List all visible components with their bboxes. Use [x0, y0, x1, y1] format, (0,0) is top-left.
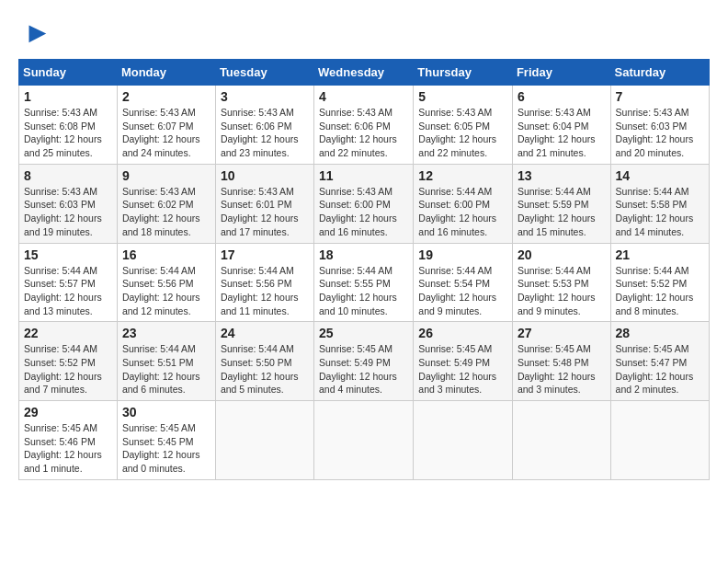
day-number: 1: [24, 89, 112, 104]
day-number: 14: [616, 168, 704, 183]
calendar-cell: 1Sunrise: 5:43 AMSunset: 6:08 PMDaylight…: [19, 86, 118, 165]
calendar-cell: 9Sunrise: 5:43 AMSunset: 6:02 PMDaylight…: [117, 164, 215, 243]
day-info: Sunrise: 5:43 AMSunset: 6:06 PMDaylight:…: [319, 106, 408, 160]
day-info: Sunrise: 5:45 AMSunset: 5:48 PMDaylight:…: [518, 342, 606, 396]
day-info: Sunrise: 5:45 AMSunset: 5:46 PMDaylight:…: [24, 421, 112, 476]
calendar-cell: 23Sunrise: 5:44 AMSunset: 5:51 PMDayligh…: [117, 322, 215, 401]
day-info: Sunrise: 5:45 AMSunset: 5:49 PMDaylight:…: [418, 342, 507, 396]
day-number: 11: [319, 168, 408, 183]
logo-icon: [22, 18, 50, 46]
day-number: 18: [319, 247, 408, 262]
calendar-cell: 18Sunrise: 5:44 AMSunset: 5:55 PMDayligh…: [314, 243, 414, 322]
calendar-cell: [215, 401, 313, 480]
calendar-cell: [512, 401, 610, 480]
calendar-week-row: 15Sunrise: 5:44 AMSunset: 5:57 PMDayligh…: [19, 243, 710, 322]
calendar-cell: 20Sunrise: 5:44 AMSunset: 5:53 PMDayligh…: [512, 243, 610, 322]
calendar-cell: 30Sunrise: 5:45 AMSunset: 5:45 PMDayligh…: [117, 401, 215, 480]
day-info: Sunrise: 5:45 AMSunset: 5:45 PMDaylight:…: [122, 421, 210, 476]
day-number: 19: [418, 247, 507, 262]
calendar-week-row: 8Sunrise: 5:43 AMSunset: 6:03 PMDaylight…: [19, 164, 710, 243]
day-number: 23: [122, 326, 210, 340]
day-info: Sunrise: 5:44 AMSunset: 5:50 PMDaylight:…: [221, 342, 309, 396]
day-number: 20: [518, 247, 606, 262]
day-number: 2: [122, 89, 210, 104]
day-number: 6: [518, 89, 606, 104]
day-info: Sunrise: 5:44 AMSunset: 5:57 PMDaylight:…: [24, 264, 112, 318]
day-number: 8: [24, 168, 112, 183]
calendar-week-row: 1Sunrise: 5:43 AMSunset: 6:08 PMDaylight…: [19, 86, 710, 165]
calendar-table: SundayMondayTuesdayWednesdayThursdayFrid…: [18, 59, 710, 480]
calendar-cell: 15Sunrise: 5:44 AMSunset: 5:57 PMDayligh…: [19, 243, 118, 322]
calendar-cell: 16Sunrise: 5:44 AMSunset: 5:56 PMDayligh…: [117, 243, 215, 322]
day-number: 16: [122, 247, 210, 262]
day-info: Sunrise: 5:44 AMSunset: 5:52 PMDaylight:…: [24, 342, 112, 396]
day-number: 3: [221, 89, 309, 104]
weekday-header-monday: Monday: [117, 60, 215, 86]
calendar-header-row: SundayMondayTuesdayWednesdayThursdayFrid…: [19, 60, 710, 86]
calendar-cell: 4Sunrise: 5:43 AMSunset: 6:06 PMDaylight…: [314, 86, 414, 165]
day-info: Sunrise: 5:43 AMSunset: 6:06 PMDaylight:…: [221, 106, 309, 160]
calendar-cell: 19Sunrise: 5:44 AMSunset: 5:54 PMDayligh…: [414, 243, 513, 322]
page-header: [18, 18, 710, 50]
calendar-cell: 29Sunrise: 5:45 AMSunset: 5:46 PMDayligh…: [19, 401, 118, 480]
day-info: Sunrise: 5:44 AMSunset: 5:53 PMDaylight:…: [518, 264, 606, 318]
weekday-header-thursday: Thursday: [414, 60, 513, 86]
day-info: Sunrise: 5:43 AMSunset: 6:01 PMDaylight:…: [221, 185, 309, 239]
day-info: Sunrise: 5:44 AMSunset: 5:59 PMDaylight:…: [518, 185, 606, 239]
day-info: Sunrise: 5:43 AMSunset: 6:00 PMDaylight:…: [319, 185, 408, 239]
calendar-cell: 13Sunrise: 5:44 AMSunset: 5:59 PMDayligh…: [512, 164, 610, 243]
day-info: Sunrise: 5:43 AMSunset: 6:02 PMDaylight:…: [122, 185, 210, 239]
day-number: 21: [616, 247, 704, 262]
day-number: 25: [319, 326, 408, 340]
day-info: Sunrise: 5:44 AMSunset: 5:54 PMDaylight:…: [418, 264, 507, 318]
weekday-header-sunday: Sunday: [19, 60, 118, 86]
day-info: Sunrise: 5:44 AMSunset: 5:51 PMDaylight:…: [122, 342, 210, 396]
day-info: Sunrise: 5:43 AMSunset: 6:04 PMDaylight:…: [518, 106, 606, 160]
calendar-cell: [610, 401, 709, 480]
day-number: 17: [221, 247, 309, 262]
day-number: 27: [518, 326, 606, 340]
day-number: 5: [418, 89, 507, 104]
weekday-header-saturday: Saturday: [610, 60, 709, 86]
calendar-cell: 14Sunrise: 5:44 AMSunset: 5:58 PMDayligh…: [610, 164, 709, 243]
calendar-cell: 11Sunrise: 5:43 AMSunset: 6:00 PMDayligh…: [314, 164, 414, 243]
day-number: 15: [24, 247, 112, 262]
calendar-cell: 8Sunrise: 5:43 AMSunset: 6:03 PMDaylight…: [19, 164, 118, 243]
calendar-cell: 17Sunrise: 5:44 AMSunset: 5:56 PMDayligh…: [215, 243, 313, 322]
day-info: Sunrise: 5:43 AMSunset: 6:05 PMDaylight:…: [418, 106, 507, 160]
day-number: 22: [24, 326, 112, 340]
day-number: 7: [616, 89, 704, 104]
day-number: 9: [122, 168, 210, 183]
day-number: 12: [418, 168, 507, 183]
calendar-cell: 24Sunrise: 5:44 AMSunset: 5:50 PMDayligh…: [215, 322, 313, 401]
calendar-cell: [314, 401, 414, 480]
calendar-cell: [414, 401, 513, 480]
day-info: Sunrise: 5:45 AMSunset: 5:47 PMDaylight:…: [616, 342, 704, 396]
weekday-header-tuesday: Tuesday: [215, 60, 313, 86]
day-number: 24: [221, 326, 309, 340]
day-info: Sunrise: 5:45 AMSunset: 5:49 PMDaylight:…: [319, 342, 408, 396]
calendar-cell: 2Sunrise: 5:43 AMSunset: 6:07 PMDaylight…: [117, 86, 215, 165]
calendar-cell: 5Sunrise: 5:43 AMSunset: 6:05 PMDaylight…: [414, 86, 513, 165]
day-info: Sunrise: 5:44 AMSunset: 5:56 PMDaylight:…: [221, 264, 309, 318]
weekday-header-friday: Friday: [512, 60, 610, 86]
day-number: 30: [122, 405, 210, 419]
day-number: 26: [418, 326, 507, 340]
calendar-week-row: 29Sunrise: 5:45 AMSunset: 5:46 PMDayligh…: [19, 401, 710, 480]
calendar-cell: 22Sunrise: 5:44 AMSunset: 5:52 PMDayligh…: [19, 322, 118, 401]
logo: [18, 18, 50, 50]
calendar-cell: 26Sunrise: 5:45 AMSunset: 5:49 PMDayligh…: [414, 322, 513, 401]
day-info: Sunrise: 5:43 AMSunset: 6:03 PMDaylight:…: [616, 106, 704, 160]
day-number: 28: [616, 326, 704, 340]
day-info: Sunrise: 5:44 AMSunset: 5:56 PMDaylight:…: [122, 264, 210, 318]
weekday-header-wednesday: Wednesday: [314, 60, 414, 86]
calendar-cell: 10Sunrise: 5:43 AMSunset: 6:01 PMDayligh…: [215, 164, 313, 243]
svg-marker-0: [29, 26, 47, 43]
day-info: Sunrise: 5:43 AMSunset: 6:03 PMDaylight:…: [24, 185, 112, 239]
calendar-cell: 25Sunrise: 5:45 AMSunset: 5:49 PMDayligh…: [314, 322, 414, 401]
day-number: 4: [319, 89, 408, 104]
day-number: 10: [221, 168, 309, 183]
day-info: Sunrise: 5:43 AMSunset: 6:08 PMDaylight:…: [24, 106, 112, 160]
day-info: Sunrise: 5:44 AMSunset: 5:52 PMDaylight:…: [616, 264, 704, 318]
day-number: 13: [518, 168, 606, 183]
